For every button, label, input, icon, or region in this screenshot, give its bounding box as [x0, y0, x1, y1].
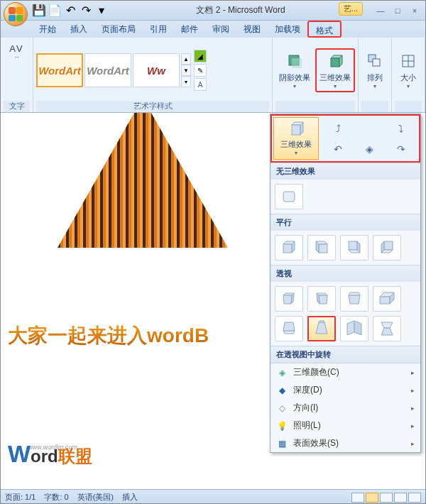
3d-perspective-option[interactable] — [275, 286, 303, 312]
window-title: 文档 2 - Microsoft Word — [109, 4, 373, 16]
svg-rect-18 — [319, 244, 327, 253]
maximize-button[interactable]: □ — [390, 5, 405, 16]
lighting-icon: 💡 — [276, 420, 288, 432]
tilt-center-icon[interactable]: ◈ — [354, 139, 384, 158]
svg-marker-32 — [349, 292, 360, 295]
svg-rect-3 — [331, 58, 339, 67]
menu-surface[interactable]: ▦表面效果(S)▸ — [271, 434, 420, 452]
3d-perspective-option[interactable] — [373, 286, 401, 312]
3d-parallel-option[interactable] — [307, 235, 336, 261]
3d-perspective-option[interactable] — [275, 316, 303, 341]
tilt-right-icon[interactable]: ↷ — [386, 139, 416, 158]
3d-perspective-option[interactable] — [307, 286, 336, 312]
section-perspective-header: 透视 — [271, 265, 420, 282]
tab-home[interactable]: 开始 — [32, 21, 63, 38]
view-draft[interactable] — [408, 493, 421, 503]
3d-effect-button[interactable]: 三维效果 ▾ — [315, 48, 355, 92]
tab-review[interactable]: 审阅 — [205, 21, 236, 38]
tab-format[interactable]: 格式 — [307, 21, 342, 38]
svg-marker-44 — [381, 328, 393, 335]
gallery-down-icon[interactable]: ▼ — [181, 65, 191, 76]
surface-icon: ▦ — [276, 438, 288, 449]
svg-marker-30 — [319, 295, 327, 304]
office-button[interactable] — [4, 2, 28, 26]
qat-new[interactable]: 📄 — [48, 4, 62, 18]
3d-perspective-option[interactable] — [340, 316, 368, 341]
wordart-object[interactable]: 大家一起来进入wordB — [8, 226, 263, 368]
direction-icon: ◇ — [276, 402, 288, 414]
qat-undo[interactable]: ↶ — [63, 4, 77, 18]
shape-outline-icon[interactable]: ✎ — [194, 64, 207, 77]
shadow-effect-button[interactable]: 阴影效果 ▾ — [275, 49, 314, 92]
svg-rect-13 — [283, 192, 295, 202]
gallery-up-icon[interactable]: ▲ — [181, 53, 191, 65]
size-button[interactable]: 大小 ▾ — [395, 49, 422, 92]
tilt-up-icon[interactable]: ⤴ — [323, 119, 353, 138]
menu-lighting[interactable]: 💡照明(L)▸ — [271, 417, 420, 434]
svg-marker-38 — [283, 322, 295, 331]
3d-effect-dropdown: 三维效果 ▾ ⤴ ⤵ ↶ ◈ ↷ 无三维效果 平行 透视 — [270, 114, 421, 453]
svg-rect-1 — [292, 58, 302, 68]
section-rotate-header: 在透视图中旋转 — [271, 346, 420, 363]
3d-parallel-option[interactable] — [340, 235, 368, 261]
qat-save[interactable]: 💾 — [32, 4, 46, 18]
tab-layout[interactable]: 页面布局 — [94, 21, 143, 38]
group-gallery-label: 艺术字样式 — [36, 101, 269, 112]
svg-marker-43 — [381, 322, 393, 328]
view-print-layout[interactable] — [351, 493, 364, 503]
svg-marker-42 — [354, 321, 361, 335]
svg-marker-33 — [349, 295, 360, 304]
tilt-left-icon[interactable]: ↶ — [323, 139, 353, 158]
svg-marker-39 — [316, 322, 327, 334]
svg-rect-15 — [283, 244, 292, 253]
status-words[interactable]: 字数: 0 — [44, 492, 68, 503]
status-page[interactable]: 页面: 1/1 — [5, 492, 36, 503]
svg-rect-23 — [384, 241, 393, 250]
gallery-item[interactable]: WordArt — [84, 53, 131, 87]
tab-mail[interactable]: 邮件 — [174, 21, 205, 38]
gallery-item[interactable]: Ww — [133, 53, 180, 87]
svg-rect-20 — [349, 241, 357, 250]
cube-icon: ◈ — [276, 367, 288, 378]
tab-insert[interactable]: 插入 — [63, 21, 94, 38]
shape-fill-icon[interactable]: ◢ — [194, 50, 207, 62]
gallery-more-icon[interactable]: ▾ — [181, 76, 191, 87]
tab-addins[interactable]: 加载项 — [268, 21, 307, 38]
status-mode[interactable]: 插入 — [122, 492, 138, 503]
group-text-label: 文字 — [4, 101, 30, 112]
arrange-button[interactable]: 排列 ▾ — [361, 49, 388, 92]
tilt-down-icon[interactable]: ⤵ — [386, 119, 416, 138]
svg-marker-41 — [347, 321, 354, 335]
3d-perspective-option[interactable] — [373, 316, 401, 341]
status-lang[interactable]: 英语(美国) — [77, 492, 114, 503]
3d-perspective-option-selected[interactable] — [307, 316, 336, 341]
svg-rect-6 — [373, 59, 380, 66]
view-fullscreen[interactable] — [366, 493, 378, 503]
qat-customize[interactable]: ▾ — [94, 4, 109, 18]
tab-references[interactable]: 引用 — [143, 21, 174, 38]
3d-parallel-option[interactable] — [275, 235, 303, 261]
3d-perspective-option[interactable] — [340, 286, 368, 312]
section-none-header: 无三维效果 — [271, 163, 420, 180]
3d-parallel-option[interactable] — [373, 235, 401, 261]
spacing-button[interactable]: AV ↔ — [4, 40, 30, 62]
svg-marker-12 — [300, 122, 303, 135]
view-web[interactable] — [380, 493, 393, 503]
context-tab-wordart[interactable]: 艺... — [339, 2, 363, 16]
view-outline[interactable] — [394, 493, 407, 503]
tab-view[interactable]: 视图 — [236, 21, 268, 38]
3d-none-option[interactable] — [275, 184, 303, 209]
menu-direction[interactable]: ◇方向(I)▸ — [271, 399, 420, 417]
svg-marker-35 — [380, 297, 390, 304]
3d-effect-main-button[interactable]: 三维效果 ▾ — [273, 117, 319, 160]
menu-depth[interactable]: ◆深度(D)▸ — [271, 381, 420, 399]
svg-rect-11 — [292, 125, 300, 135]
close-button[interactable]: × — [407, 5, 422, 16]
svg-marker-37 — [283, 331, 295, 334]
menu-3d-color[interactable]: ◈三维颜色(C)▸ — [271, 363, 420, 381]
gallery-item[interactable]: WordArt — [36, 53, 83, 87]
qat-redo[interactable]: ↷ — [79, 4, 93, 18]
minimize-button[interactable]: — — [373, 5, 388, 16]
wordart-style-gallery[interactable]: WordArt WordArt Ww ▲ ▼ ▾ — [36, 53, 191, 87]
change-shape-icon[interactable]: A — [194, 78, 207, 91]
